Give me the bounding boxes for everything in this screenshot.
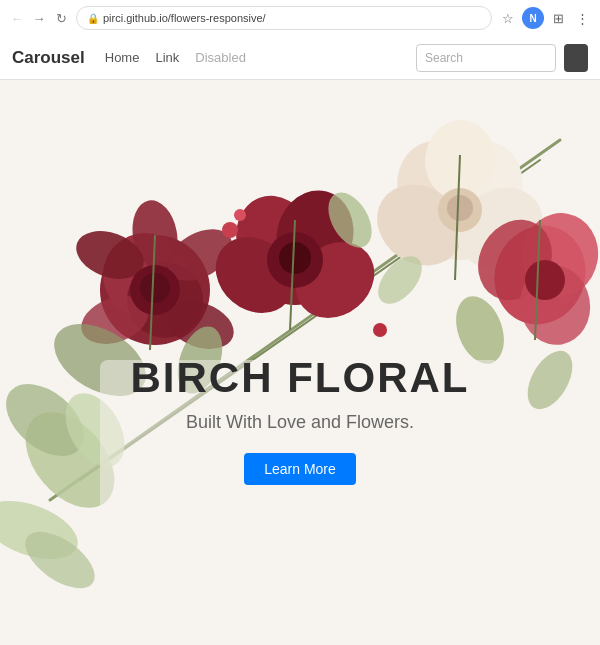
learn-more-button[interactable]: Learn More xyxy=(244,453,356,485)
svg-point-30 xyxy=(447,195,473,221)
profile-letter: N xyxy=(529,13,536,24)
nav-link-home[interactable]: Home xyxy=(105,50,140,65)
back-button[interactable]: ← xyxy=(8,9,26,27)
navbar-links: Home Link Disabled xyxy=(105,50,416,65)
browser-nav-icons: ← → ↻ xyxy=(8,9,70,27)
address-bar[interactable]: 🔒 pirci.github.io/flowers-responsive/ xyxy=(76,6,492,30)
browser-toolbar: ← → ↻ 🔒 pirci.github.io/flowers-responsi… xyxy=(0,0,600,36)
browser-chrome: ← → ↻ 🔒 pirci.github.io/flowers-responsi… xyxy=(0,0,600,36)
hero-content: BIRCH FLORAL Built With Love and Flowers… xyxy=(130,354,470,485)
navbar-brand: Carousel xyxy=(12,48,85,68)
svg-point-42 xyxy=(234,209,246,221)
bookmark-button[interactable]: ☆ xyxy=(498,8,518,28)
svg-point-43 xyxy=(373,323,387,337)
menu-button[interactable]: ⋮ xyxy=(572,8,592,28)
profile-icon[interactable]: N xyxy=(522,7,544,29)
nav-link-link[interactable]: Link xyxy=(155,50,179,65)
nav-link-disabled: Disabled xyxy=(195,50,246,65)
navbar-search-area xyxy=(416,44,588,72)
lock-icon: 🔒 xyxy=(87,13,99,24)
reload-button[interactable]: ↻ xyxy=(52,9,70,27)
forward-button[interactable]: → xyxy=(30,9,48,27)
site-navbar: Carousel Home Link Disabled xyxy=(0,36,600,80)
url-text: pirci.github.io/flowers-responsive/ xyxy=(103,12,266,24)
svg-point-35 xyxy=(525,260,565,300)
search-input[interactable] xyxy=(416,44,556,72)
extensions-button[interactable]: ⊞ xyxy=(548,8,568,28)
hero-title: BIRCH FLORAL xyxy=(130,354,470,402)
browser-icons: ☆ N ⊞ ⋮ xyxy=(498,7,592,29)
hero-subtitle: Built With Love and Flowers. xyxy=(130,412,470,433)
navbar-button[interactable] xyxy=(564,44,588,72)
svg-point-15 xyxy=(140,273,170,303)
svg-point-41 xyxy=(222,222,238,238)
hero-section: BIRCH FLORAL Built With Love and Flowers… xyxy=(0,80,600,645)
svg-point-22 xyxy=(279,242,311,274)
